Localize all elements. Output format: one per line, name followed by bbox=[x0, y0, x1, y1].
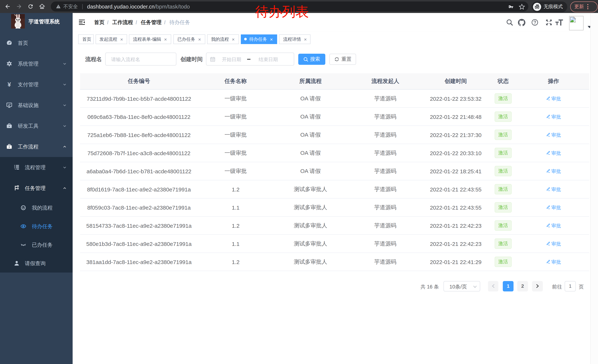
svg-text:¥: ¥ bbox=[8, 81, 11, 87]
